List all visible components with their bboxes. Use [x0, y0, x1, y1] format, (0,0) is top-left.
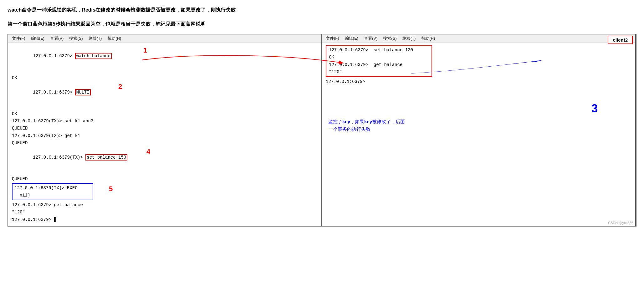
client2-setbalance-block: 127.0.0.1:6379> set balance 120 OK 127.0…	[326, 45, 432, 77]
c2-cmd-set: 127.0.0.1:6379> set balance 120	[329, 47, 429, 54]
highlight-watch-balance: watch balance	[75, 53, 112, 59]
cmd-nil: nil)	[14, 192, 91, 199]
client1-content: 127.0.0.1:6379> watch balance 1 OK 127.0…	[8, 43, 321, 226]
menu-search-1[interactable]: 搜索(S)	[69, 36, 83, 41]
client2-content: 127.0.0.1:6379> set balance 120 OK 127.0…	[322, 43, 635, 88]
intro-line2: 第一个窗口蓝色框第5步执行结果返回为空，也就是相当于是失败，笔记见最下面官网说明	[8, 20, 636, 28]
cmd-line-setk1: 127.0.0.1:6379(TX)> set k1 abc3	[12, 118, 303, 125]
c2-prompt: 127.0.0.1:6379>	[326, 78, 631, 85]
cmd-line-queued2: QUEUED	[12, 140, 303, 147]
menu-help-2[interactable]: 帮助(H)	[421, 36, 435, 41]
terminal-client1: 文件(F) 编辑(E) 查看(V) 搜索(S) 终端(T) 帮助(H) 127.…	[8, 34, 322, 226]
step-label-4: 4	[146, 146, 150, 157]
menu-edit-1[interactable]: 编辑(E)	[31, 36, 44, 41]
cmd-line-ok1: OK	[12, 74, 303, 82]
step-label-2: 2	[118, 81, 122, 92]
cmd-line-multi: 127.0.0.1:6379> MULTI 2	[12, 82, 303, 110]
menu-view-1[interactable]: 查看(V)	[50, 36, 64, 41]
terminal-client2: client2 文件(F) 编辑(E) 查看(V) 搜索(S) 终端(T) 帮助…	[322, 34, 636, 226]
highlight-multi: MULTI	[75, 89, 91, 95]
menu-help-1[interactable]: 帮助(H)	[107, 36, 121, 41]
c2-val: "120"	[329, 69, 429, 76]
menu-search-2[interactable]: 搜索(S)	[383, 36, 396, 41]
highlight-setbalance: set balance 150	[85, 154, 127, 161]
cmd-line-getk1: 127.0.0.1:6379(TX)> get k1	[12, 132, 303, 140]
intro-line1: watch命令是一种乐观锁的实现，Redis在修改的时候会检测数据是否被更改，如…	[8, 6, 636, 14]
exec-block: 127.0.0.1:6379(TX)> EXEC nil) 5	[12, 183, 303, 200]
step-label-5: 5	[109, 183, 113, 195]
csdn-watermark: CSDN @ycp666	[608, 221, 633, 225]
annotation-key-modified: 监控了key，如果key被修改了，后面一个事务的执行失败	[328, 118, 405, 133]
cmd-getbalance2: 127.0.0.1:6379> get balance	[12, 201, 303, 209]
client2-menu-bar: 文件(F) 编辑(E) 查看(V) 搜索(S) 终端(T) 帮助(H)	[322, 34, 635, 43]
menu-terminal-1[interactable]: 终端(T)	[89, 36, 102, 41]
terminals-wrapper: 文件(F) 编辑(E) 查看(V) 搜索(S) 终端(T) 帮助(H) 127.…	[8, 34, 636, 226]
c2-ok: OK	[329, 54, 429, 61]
menu-terminal-2[interactable]: 终端(T)	[402, 36, 416, 41]
c2-cmd-get: 127.0.0.1:6379> get balance	[329, 61, 429, 69]
cmd-exec: 127.0.0.1:6379(TX)> EXEC	[14, 185, 91, 192]
cmd-line-queued1: QUEUED	[12, 125, 303, 132]
menu-file-2[interactable]: 文件(F)	[326, 36, 339, 41]
cmd-line-1: 127.0.0.1:6379> watch balance 1	[12, 45, 303, 74]
client1-menu-bar: 文件(F) 编辑(E) 查看(V) 搜索(S) 终端(T) 帮助(H)	[8, 34, 321, 43]
menu-file-1[interactable]: 文件(F)	[12, 36, 25, 41]
step-label-1: 1	[143, 45, 147, 56]
cmd-balance-val: "120"	[12, 209, 303, 216]
cmd-prompt-end: 127.0.0.1:6379> ▋	[12, 216, 303, 223]
cmd-line-ok2: OK	[12, 110, 303, 118]
intro-section: watch命令是一种乐观锁的实现，Redis在修改的时候会检测数据是否被更改，如…	[8, 6, 636, 28]
menu-view-2[interactable]: 查看(V)	[364, 36, 377, 41]
menu-edit-2[interactable]: 编辑(E)	[345, 36, 358, 41]
cmd-line-queued3: QUEUED	[12, 176, 303, 183]
cmd-line-setbalance: 127.0.0.1:6379(TX)> set balance 150 4	[12, 147, 303, 176]
step-label-3: 3	[591, 99, 598, 118]
